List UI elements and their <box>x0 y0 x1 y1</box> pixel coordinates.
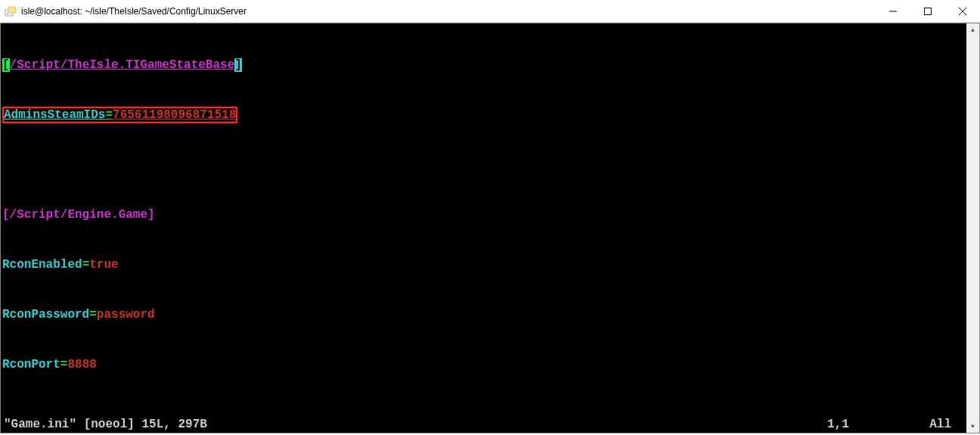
scroll-track[interactable] <box>966 36 979 420</box>
status-cursor: 1,1 <box>827 416 918 433</box>
blank-line <box>2 157 966 173</box>
svg-point-2 <box>7 13 8 14</box>
scroll-down-icon[interactable]: ▼ <box>966 420 979 433</box>
line-rconpassword: RconPassword=password <box>2 306 966 323</box>
window-titlebar: isle@localhost: ~/isle/TheIsle/Saved/Con… <box>0 0 980 23</box>
line-section2: [/Script/Engine.Game] <box>2 207 966 223</box>
close-button[interactable] <box>945 0 980 23</box>
window-controls <box>876 0 980 23</box>
window-title: isle@localhost: ~/isle/TheIsle/Saved/Con… <box>21 6 876 17</box>
terminal-content[interactable]: [/Script/TheIsle.TIGameStateBase] Admins… <box>1 23 966 433</box>
svg-rect-4 <box>925 8 932 14</box>
line-admins: AdminsSteamIDs=76561198096871518 <box>2 107 966 123</box>
app-icon <box>5 5 17 17</box>
line-rconport: RconPort=8888 <box>2 356 966 373</box>
terminal[interactable]: [/Script/TheIsle.TIGameStateBase] Admins… <box>0 23 980 433</box>
line-section1: [/Script/TheIsle.TIGameStateBase] <box>2 57 966 73</box>
cursor-block: ] <box>234 58 242 72</box>
line-rconenabled: RconEnabled=true <box>2 256 966 273</box>
status-scroll: All <box>918 416 963 433</box>
scrollbar[interactable]: ▲ ▼ <box>966 23 979 433</box>
scroll-up-icon[interactable]: ▲ <box>966 23 979 36</box>
maximize-button[interactable] <box>910 0 945 23</box>
minimize-button[interactable] <box>876 0 910 23</box>
vim-status-line: "Game.ini" [noeol] 15L, 297B 1,1 All <box>1 416 966 433</box>
status-file: "Game.ini" [noeol] 15L, 297B <box>4 416 827 433</box>
svg-rect-1 <box>8 7 16 13</box>
